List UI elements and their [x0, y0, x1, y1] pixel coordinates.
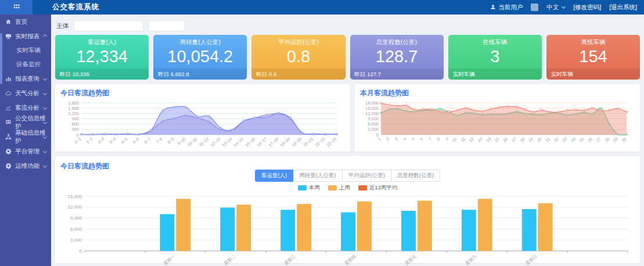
chart-legend: 本周上周近13周平均 — [60, 184, 635, 192]
svg-text:1,500: 1,500 — [68, 106, 79, 111]
legend-item-1[interactable]: 上周 — [328, 184, 350, 192]
svg-text:20~21: 20~21 — [303, 136, 314, 147]
svg-text:12: 12 — [469, 136, 475, 142]
svg-text:13: 13 — [477, 136, 483, 142]
user-icon — [490, 4, 496, 11]
metric-tab-3[interactable]: 总里程数(公里) — [391, 170, 440, 182]
weekly-bar-chart: 03,0006,0009,00012,00015,000星期一星期二星期三星期四… — [60, 192, 635, 266]
sidebar-item-2[interactable]: 报表查询 — [0, 71, 51, 86]
legend-item-2[interactable]: 近13周平均 — [358, 184, 398, 192]
svg-text:19~20: 19~20 — [291, 136, 303, 147]
legend-swatch — [328, 185, 337, 190]
language-selector[interactable]: 中文 — [546, 3, 565, 12]
sidebar-item-8[interactable]: 运维功能 — [0, 159, 51, 173]
svg-text:0: 0 — [80, 249, 82, 254]
metric-tab-2[interactable]: 平均运距(公里) — [342, 170, 391, 182]
chevron-down-icon — [43, 91, 47, 95]
sidebar-item-label: 实时报表 — [15, 33, 39, 41]
svg-text:3,000: 3,000 — [368, 127, 379, 132]
sidebar-menu: 首页实时报表实时车辆设备监控报表查询天气分析客流分析公交信息维护基础信息维护平台… — [0, 15, 51, 173]
stat-card-4: 在线车辆3实时车辆 — [448, 35, 542, 80]
stat-card-footer: 实时车辆 — [448, 69, 542, 80]
page-title: 公交客流系统 — [52, 2, 99, 12]
sidebar-subitem-1-0[interactable]: 实时车辆 — [0, 44, 51, 57]
svg-text:11: 11 — [460, 136, 466, 142]
sidebar-item-0[interactable]: 首页 — [0, 15, 51, 29]
svg-text:24: 24 — [570, 136, 577, 142]
date-input[interactable] — [148, 20, 185, 31]
sidebar-item-6[interactable]: 基础信息维护 — [0, 130, 51, 144]
svg-text:5: 5 — [411, 136, 415, 141]
bar-chart-icon — [5, 76, 12, 82]
svg-text:9,000: 9,000 — [368, 116, 379, 121]
svg-text:11~12: 11~12 — [198, 136, 209, 147]
sidebar-item-3[interactable]: 天气分析 — [0, 86, 51, 100]
svg-text:2: 2 — [386, 136, 390, 141]
svg-text:12,000: 12,000 — [365, 111, 379, 116]
metric-tab-1[interactable]: 周转量(人公里) — [293, 170, 342, 182]
stat-card-footer: 昨日 10,336 — [55, 69, 149, 80]
change-password-button[interactable]: [修改密码] — [573, 3, 601, 12]
sidebar-item-5[interactable]: 公交信息维护 — [0, 115, 51, 130]
svg-text:16: 16 — [502, 136, 509, 142]
svg-text:17: 17 — [511, 136, 517, 142]
svg-text:15~16: 15~16 — [244, 136, 256, 147]
legend-label: 本周 — [309, 184, 320, 192]
weekly-trend-panel: 今日客流趋势图 客运量(人)周转量(人公里)平均运距(公里)总里程数(公里) 本… — [55, 156, 640, 263]
legend-label: 上周 — [339, 184, 350, 192]
svg-text:3,000: 3,000 — [70, 238, 82, 243]
svg-text:19: 19 — [528, 136, 534, 142]
stat-cards-row: 客运量(人)12,334昨日 10,336周转量(人公里)10,054.2昨日 … — [55, 35, 640, 80]
svg-text:18,000: 18,000 — [365, 100, 379, 106]
svg-text:22~23: 22~23 — [326, 136, 337, 147]
stat-card-footer: 昨日 127.7 — [350, 69, 444, 80]
stat-card-title: 总里程数(公里) — [350, 38, 444, 46]
svg-text:23: 23 — [562, 136, 568, 142]
svg-text:14: 14 — [485, 136, 492, 142]
today-trend-panel: 今日客流趋势图 03006009001,2001,5001,8000~11~22… — [55, 84, 350, 152]
stat-card-title: 客运量(人) — [55, 38, 149, 46]
monitor-icon — [5, 33, 12, 40]
svg-text:1: 1 — [377, 136, 382, 141]
line-chart-icon — [5, 105, 12, 112]
sidebar-item-1[interactable]: 实时报表 — [0, 29, 51, 44]
svg-text:8: 8 — [436, 136, 441, 141]
svg-text:9,000: 9,000 — [70, 215, 82, 221]
stat-card-title: 离线车辆 — [546, 38, 640, 46]
svg-text:4~5: 4~5 — [120, 136, 128, 144]
svg-text:星期四: 星期四 — [344, 254, 357, 266]
legend-item-0[interactable]: 本周 — [298, 184, 320, 192]
chevron-down-icon — [43, 77, 47, 81]
bus-icon — [5, 119, 12, 126]
svg-text:7~8: 7~8 — [155, 136, 163, 144]
svg-text:8~9: 8~9 — [167, 136, 175, 144]
svg-text:300: 300 — [71, 127, 79, 132]
current-user[interactable]: 当前用户 — [490, 3, 523, 12]
stat-card-footer: 实时车辆 — [546, 69, 640, 80]
svg-text:18: 18 — [519, 136, 526, 142]
svg-text:6: 6 — [419, 136, 424, 141]
sidebar-item-label: 首页 — [15, 18, 27, 26]
stat-card-title: 在线车辆 — [448, 38, 542, 46]
svg-text:5~6: 5~6 — [132, 136, 140, 144]
sidebar-item-7[interactable]: 平台管理 — [0, 144, 51, 159]
stat-card-5: 离线车辆154实时车辆 — [546, 35, 640, 80]
avatar[interactable] — [531, 3, 538, 11]
svg-text:10: 10 — [451, 136, 458, 142]
month-trend-title: 本月客流趋势图 — [360, 88, 635, 98]
month-trend-panel: 本月客流趋势图 03,0006,0009,00012,00015,00018,0… — [355, 84, 640, 152]
stat-card-value: 12,334 — [55, 47, 149, 66]
subject-select[interactable] — [74, 20, 143, 31]
logout-button[interactable]: [退出系统] — [609, 3, 637, 12]
sidebar-subitem-1-1[interactable]: 设备监控 — [0, 57, 51, 71]
legend-label: 近13周平均 — [369, 184, 398, 192]
stat-card-value: 3 — [448, 47, 542, 66]
svg-text:15,000: 15,000 — [68, 194, 82, 199]
metric-tab-0[interactable]: 客运量(人) — [255, 170, 293, 182]
network-icon — [5, 134, 12, 141]
top-header: 公交客流系统 当前用户 中文 [修改密码] [退出系统] — [0, 0, 644, 15]
stat-card-1: 周转量(人公里)10,054.2昨日 6,652.8 — [153, 35, 247, 80]
svg-text:6~7: 6~7 — [143, 136, 152, 144]
sidebar-item-4[interactable]: 客流分析 — [0, 100, 51, 115]
menu-grid-button[interactable] — [0, 0, 33, 15]
